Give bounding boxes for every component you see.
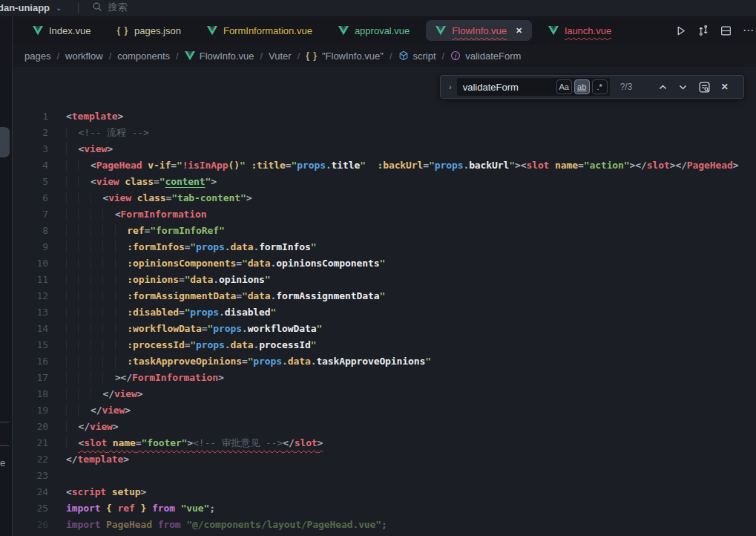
editor-pane[interactable]: 1<template>2 <!-- 流程 -->3 <view>4 <PageH… bbox=[13, 67, 756, 536]
tab-Index.vue[interactable]: Index.vue bbox=[23, 20, 100, 41]
indent-guide bbox=[115, 225, 127, 236]
indent-guide bbox=[78, 274, 90, 285]
indent-guide bbox=[115, 323, 127, 334]
tab-pages.json[interactable]: { }pages.json bbox=[107, 20, 191, 41]
match-case-button[interactable]: Aa bbox=[556, 79, 572, 94]
previous-match-button[interactable] bbox=[653, 82, 673, 92]
find-query[interactable]: validateForm bbox=[463, 82, 556, 93]
split-editor-button[interactable] bbox=[720, 25, 732, 36]
line-number: 14 bbox=[13, 321, 48, 337]
indent-guide bbox=[66, 290, 78, 301]
editor-actions: ⋯ bbox=[675, 24, 756, 37]
code-line-6[interactable]: 6 <view class="tab-content"> bbox=[13, 190, 756, 206]
breadcrumb-item-pages[interactable]: pages bbox=[24, 50, 50, 62]
run-button[interactable] bbox=[675, 25, 686, 36]
code-line-12[interactable]: 12 :formAssignmentData="data.formAssignm… bbox=[13, 288, 756, 304]
line-number: 20 bbox=[13, 419, 48, 435]
line-number: 1 bbox=[13, 108, 48, 125]
code-line-8[interactable]: 8 ref="formInfoRef" bbox=[13, 223, 756, 239]
code-line-13[interactable]: 13 :disabled="props.disabled" bbox=[13, 304, 756, 321]
find-in-selection-button[interactable] bbox=[693, 81, 716, 94]
code-line-5[interactable]: 5 <view class="content"> bbox=[13, 174, 756, 190]
code-line-24[interactable]: 24<script setup> bbox=[13, 484, 756, 500]
compare-changes-button[interactable] bbox=[697, 24, 709, 36]
code-area[interactable]: 1<template>2 <!-- 流程 -->3 <view>4 <PageH… bbox=[13, 67, 756, 533]
tab-launch.vue[interactable]: launch.vue bbox=[539, 20, 621, 41]
indent-guide bbox=[66, 274, 78, 285]
cropped-panel-handle bbox=[0, 127, 10, 157]
indent-guide bbox=[102, 372, 114, 383]
close-find-button[interactable]: ✕ bbox=[716, 82, 734, 92]
toggle-replace-button[interactable]: › bbox=[444, 82, 457, 91]
indent-guide bbox=[78, 160, 90, 171]
next-match-button[interactable] bbox=[673, 82, 693, 92]
breadcrumb-separator: / bbox=[260, 50, 263, 62]
line-number: 13 bbox=[13, 304, 48, 321]
indent-guide bbox=[78, 176, 90, 187]
code-line-10[interactable]: 10 :opinionsComponents="data.opinionsCom… bbox=[13, 255, 756, 272]
line-number: 10 bbox=[13, 255, 48, 272]
title-bar: dan-uniapp ⌄ 搜索 bbox=[0, 0, 756, 16]
code-line-9[interactable]: 9 :formInfos="props.data.formInfos" bbox=[13, 239, 756, 255]
line-number: 23 bbox=[13, 468, 48, 484]
braces-icon: { } bbox=[116, 25, 128, 36]
indent-guide bbox=[78, 225, 90, 236]
line-number: 8 bbox=[13, 223, 48, 239]
global-search[interactable]: 搜索 bbox=[92, 1, 127, 14]
indent-guide bbox=[91, 225, 102, 236]
code-line-17[interactable]: 17 ></FormInformation> bbox=[13, 370, 756, 386]
code-line-1[interactable]: 1<template> bbox=[13, 108, 756, 125]
close-tab-icon[interactable]: ✕ bbox=[516, 26, 522, 36]
indent-guide bbox=[78, 192, 90, 203]
whole-word-button[interactable]: ab bbox=[574, 79, 590, 94]
tab-FlowInfo.vue[interactable]: FlowInfo.vue✕ bbox=[426, 20, 532, 41]
code-line-19[interactable]: 19 </view> bbox=[13, 402, 756, 419]
breadcrumb-item-FlowInfo.vue[interactable]: FlowInfo.vue bbox=[185, 50, 254, 62]
code-line-2[interactable]: 2 <!-- 流程 --> bbox=[13, 125, 756, 141]
breadcrumb-item-components[interactable]: components bbox=[117, 50, 170, 62]
indent-guide bbox=[66, 307, 78, 318]
code-line-22[interactable]: 22</template> bbox=[13, 451, 756, 468]
line-content: import PageHead from "@/components/layou… bbox=[48, 517, 387, 533]
breadcrumb-item-Vuter[interactable]: Vuter bbox=[269, 50, 292, 62]
code-line-20[interactable]: 20 </view> bbox=[13, 419, 756, 435]
indent-guide bbox=[91, 209, 102, 220]
code-line-3[interactable]: 3 <view> bbox=[13, 141, 756, 157]
more-actions-button[interactable]: ⋯ bbox=[743, 24, 755, 37]
module-icon bbox=[398, 50, 409, 61]
code-line-25[interactable]: 25import { ref } from "vue"; bbox=[13, 500, 756, 517]
line-content: <view class="content"> bbox=[48, 174, 217, 190]
code-line-15[interactable]: 15 :processId="props.data.processId" bbox=[13, 337, 756, 353]
tab-FormInformation.vue[interactable]: FormInformation.vue bbox=[197, 20, 322, 41]
code-line-23[interactable]: 23 bbox=[13, 468, 756, 484]
line-content: </view> bbox=[48, 386, 143, 402]
line-content: import { ref } from "vue"; bbox=[48, 500, 215, 517]
indent-guide bbox=[66, 127, 78, 138]
code-line-21[interactable]: 21 <slot name="footer"><!-- 审批意见 --></sl… bbox=[13, 435, 756, 451]
vue-icon bbox=[435, 26, 446, 36]
line-content: :formInfos="props.data.formInfos" bbox=[48, 239, 316, 255]
indent-guide bbox=[66, 143, 78, 154]
regex-button[interactable]: .* bbox=[592, 79, 608, 94]
breadcrumb-item-workflow[interactable]: workflow bbox=[65, 50, 103, 62]
code-line-18[interactable]: 18 </view> bbox=[13, 386, 756, 402]
line-content: :opinions="data.opinions" bbox=[48, 272, 271, 288]
breadcrumb-item-validateForm[interactable]: fvalidateForm bbox=[450, 50, 521, 62]
breadcrumb-item-script[interactable]: script bbox=[398, 50, 436, 62]
line-number: 6 bbox=[13, 190, 48, 206]
tab-approval.vue[interactable]: approval.vue bbox=[329, 20, 419, 41]
code-line-7[interactable]: 7 <FormInformation bbox=[13, 206, 756, 223]
chevron-down-icon[interactable]: ⌄ bbox=[56, 4, 62, 12]
code-line-16[interactable]: 16 :taskApproveOpinions="props.data.task… bbox=[13, 353, 756, 370]
find-input[interactable]: validateForm Aa ab .* bbox=[457, 78, 610, 96]
code-line-14[interactable]: 14 :workflowData="props.workflowData" bbox=[13, 321, 756, 337]
project-name[interactable]: dan-uniapp bbox=[0, 2, 50, 13]
split-editor-icon bbox=[720, 25, 732, 36]
indent-guide bbox=[91, 258, 102, 269]
code-line-11[interactable]: 11 :opinions="data.opinions" bbox=[13, 272, 756, 288]
line-content: :disabled="props.disabled" bbox=[48, 304, 276, 321]
code-line-4[interactable]: 4 <PageHead v-if="!isInApp()" :title="pr… bbox=[13, 157, 756, 174]
breadcrumb-item-FlowInfo.vue[interactable]: { }"FlowInfo.vue" bbox=[306, 50, 384, 62]
code-line-26[interactable]: 26import PageHead from "@/components/lay… bbox=[13, 517, 756, 533]
tab-label: Index.vue bbox=[49, 25, 91, 36]
